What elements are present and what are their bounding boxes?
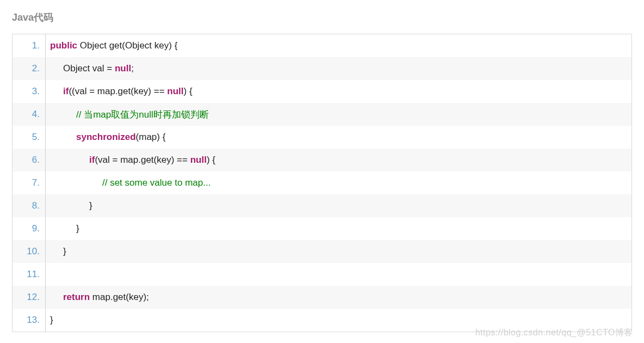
- code-line: 9.}: [13, 217, 631, 240]
- line-number: 6.: [13, 155, 45, 166]
- code-content: // set some value to map...: [46, 177, 216, 188]
- code-line: 3.if((val = map.get(key) == null) {: [13, 80, 631, 103]
- token-txt: Object get(Object key) {: [77, 40, 183, 51]
- code-line: 12.return map.get(key);: [13, 286, 631, 309]
- line-number: 5.: [13, 132, 45, 143]
- code-content: }: [46, 223, 84, 234]
- token-txt: ;: [131, 63, 139, 74]
- token-txt: ((val = map.get(key) ==: [69, 86, 167, 96]
- code-line: 1.public Object get(Object key) {: [13, 34, 631, 57]
- code-line: 4.// 当map取值为null时再加锁判断: [13, 103, 631, 126]
- code-content: }: [46, 200, 97, 211]
- token-txt: }: [89, 200, 97, 211]
- code-content: }: [46, 315, 58, 326]
- code-content: return map.get(key);: [46, 292, 154, 303]
- code-content: synchronized(map) {: [46, 132, 171, 143]
- token-txt: }: [50, 315, 58, 325]
- token-kw: if: [89, 155, 95, 165]
- token-kw: if: [63, 86, 69, 96]
- line-number: 12.: [13, 292, 45, 303]
- token-cmt: // 当map取值为null时再加锁判断: [76, 109, 214, 120]
- line-number: 4.: [13, 109, 45, 120]
- code-block: 1.public Object get(Object key) { 2.Obje…: [12, 34, 632, 332]
- line-number: 2.: [13, 63, 45, 74]
- code-line: 10.}: [13, 240, 631, 263]
- line-number: 7.: [13, 177, 45, 188]
- code-line: 8.}: [13, 194, 631, 217]
- token-txt: ) {: [184, 86, 198, 96]
- code-line: 5.synchronized(map) {: [13, 126, 631, 149]
- code-line: 7.// set some value to map...: [13, 171, 631, 194]
- watermark: https://blog.csdn.net/qq_@51CTO博客: [475, 327, 633, 339]
- code-line: 2.Object val = null;: [13, 57, 631, 80]
- token-txt: }: [63, 246, 71, 256]
- token-txt: Object val =: [63, 63, 115, 74]
- code-content: }: [46, 246, 71, 257]
- token-kw: null: [190, 155, 207, 165]
- token-txt: map.get(key);: [90, 292, 154, 302]
- token-kw: public: [50, 40, 77, 51]
- code-content: // 当map取值为null时再加锁判断: [46, 108, 214, 121]
- token-txt: }: [76, 223, 84, 234]
- code-content: if(val = map.get(key) == null) {: [46, 155, 220, 166]
- line-number: 1.: [13, 40, 45, 51]
- token-txt: (val = map.get(key) ==: [95, 155, 190, 165]
- line-number: 13.: [13, 315, 45, 326]
- code-line: 6.if(val = map.get(key) == null) {: [13, 149, 631, 171]
- token-txt: [50, 269, 55, 279]
- code-content: public Object get(Object key) {: [46, 40, 183, 51]
- code-content: [46, 269, 55, 280]
- section-title: Java代码: [0, 0, 644, 34]
- line-number: 11.: [13, 269, 45, 280]
- token-txt: ) {: [207, 155, 221, 165]
- token-kw: null: [167, 86, 183, 96]
- code-content: if((val = map.get(key) == null) {: [46, 86, 197, 97]
- token-cmt: // set some value to map...: [102, 177, 216, 188]
- code-line: 11.: [13, 263, 631, 286]
- line-number: 8.: [13, 200, 45, 211]
- line-number: 3.: [13, 86, 45, 97]
- line-number: 9.: [13, 223, 45, 234]
- code-content: Object val = null;: [46, 63, 139, 74]
- token-txt: (map) {: [136, 132, 171, 142]
- token-kw: return: [63, 292, 90, 302]
- line-number: 10.: [13, 246, 45, 257]
- token-kw: synchronized: [76, 132, 136, 142]
- token-kw: null: [115, 63, 131, 74]
